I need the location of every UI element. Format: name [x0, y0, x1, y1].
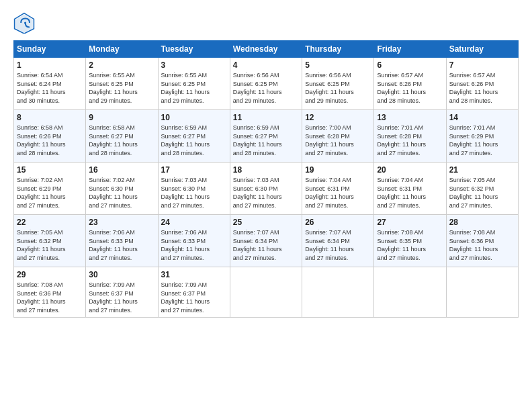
day-number: 6	[377, 60, 443, 70]
day-info: Sunrise: 7:00 AM Sunset: 6:28 PM Dayligh…	[305, 124, 371, 157]
day-number: 2	[89, 60, 154, 70]
day-cell: 18Sunrise: 7:03 AM Sunset: 6:30 PM Dayli…	[230, 163, 302, 215]
day-number: 8	[17, 113, 83, 122]
day-number: 3	[161, 60, 227, 70]
day-number: 15	[17, 165, 83, 175]
day-cell: 27Sunrise: 7:08 AM Sunset: 6:35 PM Dayli…	[374, 215, 446, 267]
day-number: 25	[233, 218, 299, 227]
day-number: 9	[89, 113, 154, 122]
page: SundayMondayTuesdayWednesdayThursdayFrid…	[0, 0, 532, 324]
day-number: 20	[377, 165, 443, 175]
day-cell: 30Sunrise: 7:09 AM Sunset: 6:37 PM Dayli…	[86, 267, 158, 318]
day-info: Sunrise: 7:03 AM Sunset: 6:30 PM Dayligh…	[233, 176, 299, 210]
day-number: 18	[233, 165, 299, 175]
day-info: Sunrise: 6:56 AM Sunset: 6:25 PM Dayligh…	[305, 71, 371, 105]
day-info: Sunrise: 7:09 AM Sunset: 6:37 PM Dayligh…	[161, 281, 227, 314]
day-info: Sunrise: 7:04 AM Sunset: 6:31 PM Dayligh…	[377, 176, 443, 210]
day-header-tuesday: Tuesday	[158, 41, 230, 58]
day-cell: 1Sunrise: 6:54 AM Sunset: 6:24 PM Daylig…	[14, 58, 86, 110]
day-number: 12	[305, 113, 371, 122]
day-info: Sunrise: 7:04 AM Sunset: 6:31 PM Dayligh…	[305, 176, 371, 210]
day-number: 29	[17, 270, 83, 279]
day-info: Sunrise: 6:56 AM Sunset: 6:25 PM Dayligh…	[233, 71, 299, 105]
day-cell: 5Sunrise: 6:56 AM Sunset: 6:25 PM Daylig…	[302, 58, 374, 110]
day-cell	[446, 267, 518, 318]
day-cell: 15Sunrise: 7:02 AM Sunset: 6:29 PM Dayli…	[14, 163, 86, 215]
day-info: Sunrise: 7:05 AM Sunset: 6:32 PM Dayligh…	[449, 176, 515, 210]
day-number: 31	[161, 270, 227, 279]
day-header-thursday: Thursday	[302, 41, 374, 58]
svg-point-2	[24, 21, 26, 24]
day-info: Sunrise: 7:08 AM Sunset: 6:35 PM Dayligh…	[377, 228, 443, 262]
day-cell: 7Sunrise: 6:57 AM Sunset: 6:26 PM Daylig…	[446, 58, 518, 110]
day-cell	[374, 267, 446, 318]
day-number: 17	[161, 165, 227, 175]
day-cell: 11Sunrise: 6:59 AM Sunset: 6:27 PM Dayli…	[230, 110, 302, 163]
day-cell: 28Sunrise: 7:08 AM Sunset: 6:36 PM Dayli…	[446, 215, 518, 267]
logo	[13, 12, 38, 34]
day-info: Sunrise: 7:07 AM Sunset: 6:34 PM Dayligh…	[305, 228, 371, 262]
day-info: Sunrise: 6:55 AM Sunset: 6:25 PM Dayligh…	[89, 71, 154, 105]
day-info: Sunrise: 7:07 AM Sunset: 6:34 PM Dayligh…	[233, 228, 299, 262]
day-number: 27	[377, 218, 443, 227]
day-cell: 26Sunrise: 7:07 AM Sunset: 6:34 PM Dayli…	[302, 215, 374, 267]
day-cell: 29Sunrise: 7:08 AM Sunset: 6:36 PM Dayli…	[14, 267, 86, 318]
day-number: 13	[377, 113, 443, 122]
day-number: 28	[449, 218, 515, 227]
day-number: 1	[17, 60, 83, 70]
day-header-saturday: Saturday	[446, 41, 518, 58]
day-number: 16	[89, 165, 154, 175]
day-info: Sunrise: 7:01 AM Sunset: 6:29 PM Dayligh…	[449, 124, 515, 157]
day-number: 24	[161, 218, 227, 227]
day-cell: 19Sunrise: 7:04 AM Sunset: 6:31 PM Dayli…	[302, 163, 374, 215]
day-cell	[302, 267, 374, 318]
header	[13, 12, 519, 34]
day-cell: 10Sunrise: 6:59 AM Sunset: 6:27 PM Dayli…	[158, 110, 230, 163]
day-info: Sunrise: 7:06 AM Sunset: 6:33 PM Dayligh…	[161, 228, 227, 262]
day-cell: 13Sunrise: 7:01 AM Sunset: 6:28 PM Dayli…	[374, 110, 446, 163]
day-info: Sunrise: 7:08 AM Sunset: 6:36 PM Dayligh…	[17, 281, 83, 314]
day-info: Sunrise: 7:02 AM Sunset: 6:30 PM Dayligh…	[89, 176, 154, 210]
week-row-3: 15Sunrise: 7:02 AM Sunset: 6:29 PM Dayli…	[14, 163, 519, 215]
day-cell: 3Sunrise: 6:55 AM Sunset: 6:25 PM Daylig…	[158, 58, 230, 110]
day-info: Sunrise: 6:59 AM Sunset: 6:27 PM Dayligh…	[161, 124, 227, 157]
day-info: Sunrise: 7:09 AM Sunset: 6:37 PM Dayligh…	[89, 281, 154, 314]
day-cell	[230, 267, 302, 318]
day-cell: 31Sunrise: 7:09 AM Sunset: 6:37 PM Dayli…	[158, 267, 230, 318]
day-cell: 12Sunrise: 7:00 AM Sunset: 6:28 PM Dayli…	[302, 110, 374, 163]
day-header-row: SundayMondayTuesdayWednesdayThursdayFrid…	[14, 41, 519, 58]
week-row-2: 8Sunrise: 6:58 AM Sunset: 6:26 PM Daylig…	[14, 110, 519, 163]
day-cell: 2Sunrise: 6:55 AM Sunset: 6:25 PM Daylig…	[86, 58, 158, 110]
day-number: 7	[449, 60, 515, 70]
day-info: Sunrise: 7:05 AM Sunset: 6:32 PM Dayligh…	[17, 228, 83, 262]
logo-icon	[13, 12, 35, 34]
day-info: Sunrise: 6:57 AM Sunset: 6:26 PM Dayligh…	[377, 71, 443, 105]
day-info: Sunrise: 6:58 AM Sunset: 6:26 PM Dayligh…	[17, 124, 83, 157]
day-number: 11	[233, 113, 299, 122]
day-cell: 24Sunrise: 7:06 AM Sunset: 6:33 PM Dayli…	[158, 215, 230, 267]
day-cell: 4Sunrise: 6:56 AM Sunset: 6:25 PM Daylig…	[230, 58, 302, 110]
day-info: Sunrise: 7:06 AM Sunset: 6:33 PM Dayligh…	[89, 228, 154, 262]
day-number: 21	[449, 165, 515, 175]
calendar-table: SundayMondayTuesdayWednesdayThursdayFrid…	[13, 40, 519, 318]
day-cell: 17Sunrise: 7:03 AM Sunset: 6:30 PM Dayli…	[158, 163, 230, 215]
day-info: Sunrise: 6:59 AM Sunset: 6:27 PM Dayligh…	[233, 124, 299, 157]
day-info: Sunrise: 6:58 AM Sunset: 6:27 PM Dayligh…	[89, 124, 154, 157]
day-info: Sunrise: 7:08 AM Sunset: 6:36 PM Dayligh…	[449, 228, 515, 262]
day-number: 10	[161, 113, 227, 122]
day-info: Sunrise: 6:57 AM Sunset: 6:26 PM Dayligh…	[449, 71, 515, 105]
day-cell: 23Sunrise: 7:06 AM Sunset: 6:33 PM Dayli…	[86, 215, 158, 267]
day-number: 22	[17, 218, 83, 227]
day-cell: 14Sunrise: 7:01 AM Sunset: 6:29 PM Dayli…	[446, 110, 518, 163]
day-info: Sunrise: 7:03 AM Sunset: 6:30 PM Dayligh…	[161, 176, 227, 210]
day-number: 5	[305, 60, 371, 70]
day-info: Sunrise: 7:01 AM Sunset: 6:28 PM Dayligh…	[377, 124, 443, 157]
day-cell: 21Sunrise: 7:05 AM Sunset: 6:32 PM Dayli…	[446, 163, 518, 215]
week-row-5: 29Sunrise: 7:08 AM Sunset: 6:36 PM Dayli…	[14, 267, 519, 318]
day-cell: 25Sunrise: 7:07 AM Sunset: 6:34 PM Dayli…	[230, 215, 302, 267]
day-number: 30	[89, 270, 154, 279]
day-header-sunday: Sunday	[14, 41, 86, 58]
day-number: 23	[89, 218, 154, 227]
day-cell: 16Sunrise: 7:02 AM Sunset: 6:30 PM Dayli…	[86, 163, 158, 215]
day-number: 26	[305, 218, 371, 227]
